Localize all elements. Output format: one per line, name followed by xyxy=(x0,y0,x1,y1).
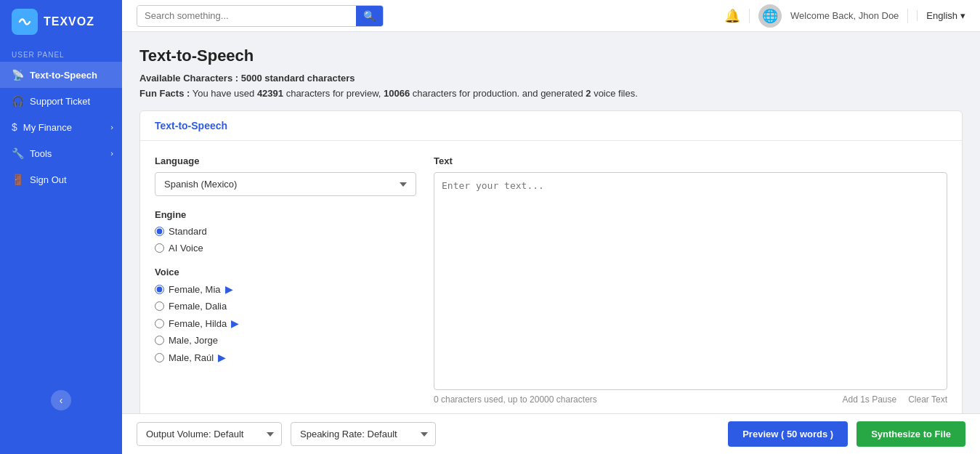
voice-male-raul-label: Male, Raúl xyxy=(169,352,214,363)
sidebar-item-text-to-speech[interactable]: 📡 Text-to-Speech xyxy=(0,62,122,88)
welcome-text: Welcome Back, Jhon Doe xyxy=(790,10,899,21)
voice-female-mia[interactable]: Female, Mia ▶ xyxy=(155,283,416,295)
support-icon: 🎧 xyxy=(12,95,24,107)
tools-icon: 🔧 xyxy=(12,147,24,159)
sidebar-item-my-finance[interactable]: $ My Finance › xyxy=(0,114,122,140)
fun-facts: Fun Facts : You have used 42391 characte… xyxy=(139,88,963,99)
logo-icon xyxy=(12,9,38,35)
text-label: Text xyxy=(434,155,947,166)
sidebar-section-label: USER PANEL xyxy=(0,44,122,62)
engine-standard-label: Standard xyxy=(169,226,207,237)
voice-female-dalia[interactable]: Female, Dalia xyxy=(155,301,416,312)
text-input[interactable] xyxy=(434,172,947,390)
voice-female-dalia-radio[interactable] xyxy=(155,301,164,311)
char-count: 0 characters used, up to 20000 character… xyxy=(434,394,597,405)
language-label: Language xyxy=(155,155,416,166)
logo: TEXVOZ xyxy=(0,0,122,44)
voice-female-mia-label: Female, Mia xyxy=(169,284,221,295)
search-input[interactable] xyxy=(137,6,356,25)
speaking-rate-select[interactable]: Speaking Rate: Default Speaking Rate: Sl… xyxy=(291,422,436,446)
topbar-divider2 xyxy=(907,9,908,23)
play-icon[interactable]: ▶ xyxy=(218,352,226,363)
topbar: 🔍 🔔 🌐 Welcome Back, Jhon Doe English ▾ xyxy=(122,0,980,32)
char-actions: Add 1s Pause Clear Text xyxy=(842,394,947,405)
logo-text: TEXVOZ xyxy=(44,15,94,28)
voice-female-hilda-radio[interactable] xyxy=(155,319,164,328)
voice-male-jorge-label: Male, Jorge xyxy=(169,335,218,346)
engine-radio-group: Standard AI Voice xyxy=(155,226,416,254)
signout-icon: 🚪 xyxy=(12,174,24,185)
play-icon[interactable]: ▶ xyxy=(225,283,233,295)
voice-male-jorge[interactable]: Male, Jorge xyxy=(155,335,416,346)
add-pause-link[interactable]: Add 1s Pause xyxy=(842,394,896,405)
synthesize-button[interactable]: Synthesize to File xyxy=(857,421,965,447)
engine-label: Engine xyxy=(155,209,416,220)
voice-radio-group: Female, Mia ▶ Female, Dalia Female, Hild… xyxy=(155,283,416,363)
sidebar-items: 📡 Text-to-Speech 🎧 Support Ticket $ My F… xyxy=(0,62,122,192)
language-selector[interactable]: English ▾ xyxy=(917,10,965,21)
card-header: Text-to-Speech xyxy=(140,111,962,141)
sidebar-item-sign-out[interactable]: 🚪 Sign Out xyxy=(0,166,122,192)
tts-card: Text-to-Speech Language Spanish (Mexico)… xyxy=(139,110,963,413)
card-body: Language Spanish (Mexico) English (US) E… xyxy=(140,141,962,413)
right-panel: Text 0 characters used, up to 20000 char… xyxy=(434,155,947,405)
voice-female-hilda[interactable]: Female, Hilda ▶ xyxy=(155,317,416,329)
voice-section: Voice Female, Mia ▶ Female, Dalia xyxy=(155,267,416,363)
sidebar-item-tools[interactable]: 🔧 Tools › xyxy=(0,140,122,166)
sidebar-item-label: My Finance xyxy=(23,122,72,133)
output-volume-select[interactable]: Output Volume: Default Output Volume: Lo… xyxy=(137,422,282,446)
content-area: Text-to-Speech Available Characters : 50… xyxy=(122,32,980,413)
sidebar-item-label: Tools xyxy=(30,148,52,159)
page-title: Text-to-Speech xyxy=(139,46,963,65)
sidebar: TEXVOZ USER PANEL 📡 Text-to-Speech 🎧 Sup… xyxy=(0,0,122,454)
play-icon[interactable]: ▶ xyxy=(231,317,239,329)
voice-female-hilda-label: Female, Hilda xyxy=(169,318,227,329)
main-area: 🔍 🔔 🌐 Welcome Back, Jhon Doe English ▾ T… xyxy=(122,0,980,454)
sidebar-item-label: Sign Out xyxy=(30,174,67,185)
sidebar-collapse-button[interactable]: ‹ xyxy=(51,390,71,410)
search-icon: 🔍 xyxy=(363,10,376,22)
engine-standard-radio[interactable] xyxy=(155,227,164,236)
bottom-bar: Output Volume: Default Output Volume: Lo… xyxy=(122,413,980,454)
voice-label: Voice xyxy=(155,267,416,277)
engine-section: Engine Standard AI Voice xyxy=(155,209,416,254)
language-select[interactable]: Spanish (Mexico) English (US) English (U… xyxy=(155,172,416,196)
voice-female-mia-radio[interactable] xyxy=(155,285,164,294)
voice-female-dalia-label: Female, Dalia xyxy=(169,301,227,312)
sidebar-item-label: Text-to-Speech xyxy=(30,70,97,81)
available-characters: Available Characters : 5000 standard cha… xyxy=(139,73,963,84)
voice-male-jorge-radio[interactable] xyxy=(155,336,164,345)
avatar: 🌐 xyxy=(758,4,782,28)
lang-label: English xyxy=(926,10,957,21)
sidebar-item-label: Support Ticket xyxy=(30,96,90,107)
bell-icon[interactable]: 🔔 xyxy=(724,8,740,24)
char-count-row: 0 characters used, up to 20000 character… xyxy=(434,394,947,405)
search-button[interactable]: 🔍 xyxy=(356,6,383,26)
topbar-divider xyxy=(749,9,750,23)
chevron-right-icon: › xyxy=(110,149,113,158)
engine-standard[interactable]: Standard xyxy=(155,226,416,237)
voice-male-raul-radio[interactable] xyxy=(155,353,164,362)
engine-ai-label: AI Voice xyxy=(169,243,203,254)
tts-icon: 📡 xyxy=(12,69,24,81)
chevron-down-icon: ▾ xyxy=(960,10,965,21)
left-panel: Language Spanish (Mexico) English (US) E… xyxy=(155,155,416,405)
engine-ai-radio[interactable] xyxy=(155,243,164,253)
sidebar-item-support-ticket[interactable]: 🎧 Support Ticket xyxy=(0,88,122,114)
search-form: 🔍 xyxy=(137,5,384,27)
clear-text-link[interactable]: Clear Text xyxy=(908,394,947,405)
engine-ai-voice[interactable]: AI Voice xyxy=(155,243,416,254)
voice-male-raul[interactable]: Male, Raúl ▶ xyxy=(155,352,416,363)
chevron-right-icon: › xyxy=(110,123,113,131)
finance-icon: $ xyxy=(12,121,17,133)
preview-button[interactable]: Preview ( 50 words ) xyxy=(728,421,848,447)
